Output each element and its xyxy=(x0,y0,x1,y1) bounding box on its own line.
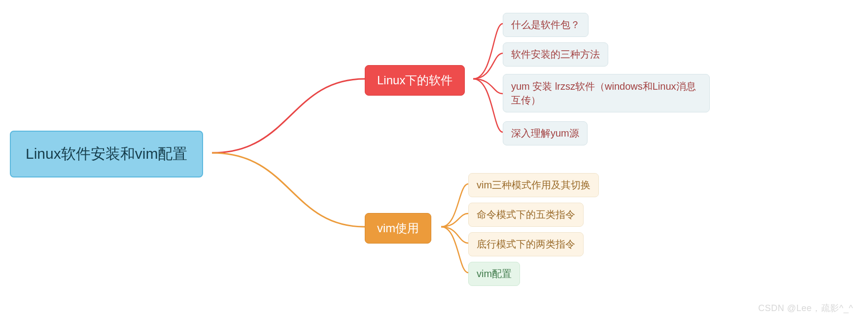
branch-linux-software[interactable]: Linux下的软件 xyxy=(365,65,465,96)
leaf-label: yum 安装 lrzsz软件（windows和Linux消息互传） xyxy=(511,79,701,107)
leaf-what-is-package[interactable]: 什么是软件包？ xyxy=(503,13,589,37)
leaf-lastline-mode-cmds[interactable]: 底行模式下的两类指令 xyxy=(468,232,584,256)
leaf-three-install-methods[interactable]: 软件安装的三种方法 xyxy=(503,42,608,67)
root-node[interactable]: Linux软件安装和vim配置 xyxy=(10,131,203,177)
leaf-label: 深入理解yum源 xyxy=(511,127,579,140)
leaf-label: 什么是软件包？ xyxy=(511,18,580,32)
watermark-label: CSDN @Lee，疏影^_^ xyxy=(758,303,853,313)
leaf-label: 底行模式下的两类指令 xyxy=(477,238,575,251)
leaf-command-mode-cmds[interactable]: 命令模式下的五类指令 xyxy=(468,203,584,227)
branch1-label: Linux下的软件 xyxy=(377,72,452,88)
branch2-label: vim使用 xyxy=(377,220,419,236)
leaf-label: vim配置 xyxy=(477,267,512,281)
leaf-yum-lrzsz[interactable]: yum 安装 lrzsz软件（windows和Linux消息互传） xyxy=(503,74,710,112)
leaf-yum-source[interactable]: 深入理解yum源 xyxy=(503,121,588,145)
root-label: Linux软件安装和vim配置 xyxy=(26,144,187,164)
branch-vim-usage[interactable]: vim使用 xyxy=(365,213,431,244)
leaf-vim-config[interactable]: vim配置 xyxy=(468,262,520,286)
leaf-label: vim三种模式作用及其切换 xyxy=(477,178,590,192)
leaf-vim-three-modes[interactable]: vim三种模式作用及其切换 xyxy=(468,173,599,197)
leaf-label: 软件安装的三种方法 xyxy=(511,48,600,61)
watermark-text: CSDN @Lee，疏影^_^ xyxy=(758,302,853,314)
leaf-label: 命令模式下的五类指令 xyxy=(477,208,575,221)
